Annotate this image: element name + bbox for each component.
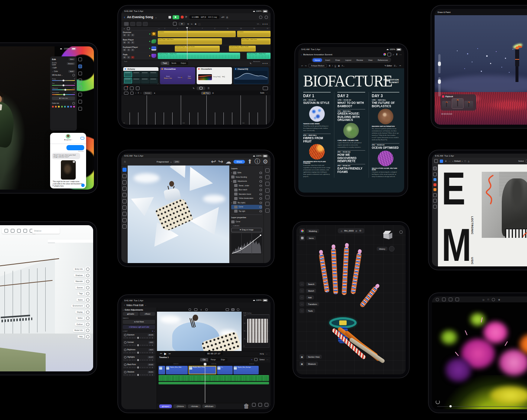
audio-track[interactable] (158, 375, 269, 381)
region-bass[interactable]: Bass Player - Indie Disco (158, 38, 222, 45)
visibility-eye-icon[interactable] (259, 202, 262, 204)
export-icon[interactable]: ⬆ (247, 158, 252, 165)
animate-button[interactable]: ◔ Animate (188, 404, 201, 408)
plugin-chromaglow[interactable]: ChromaGlow ModelModern Tube Drive StyleC… (160, 67, 195, 84)
trash-icon[interactable]: 🗑︎ (243, 403, 249, 409)
flipbook-panel[interactable]: Flipbook (441, 94, 476, 111)
help-icon[interactable]: ⓘ (255, 158, 261, 165)
style-value[interactable]: Clean (188, 78, 191, 79)
edit-slider[interactable]: Vibrance+ 14 (52, 87, 75, 91)
more-icon[interactable]: ⋯ (262, 20, 268, 27)
octave-down-button[interactable]: ‹ (135, 92, 136, 94)
underline-button[interactable]: U (335, 65, 336, 67)
color-mix-button[interactable]: ◉ Color mix (52, 96, 75, 100)
adjustment-slider[interactable]: Exposure 45.59 (123, 333, 155, 339)
gallery-icon[interactable] (434, 159, 438, 163)
adjustment-slider[interactable]: Shadows 15.31 (123, 370, 155, 376)
lock-icon[interactable]: 🔒︎ (154, 92, 155, 94)
copilot-icon[interactable] (383, 53, 386, 56)
redo-icon[interactable] (11, 229, 14, 233)
video-clip[interactable]: Skyline_Blue_Wide (166, 366, 188, 374)
wet-knob[interactable] (224, 76, 225, 78)
more-icon[interactable]: ⋯ (449, 160, 451, 162)
volume-button[interactable]: ◁) Volume (173, 404, 186, 408)
panel-button-icon[interactable] (85, 334, 90, 339)
menu-icon[interactable]: ☰ (445, 160, 447, 162)
visibility-icon[interactable] (399, 230, 403, 234)
select-tool[interactable] (122, 180, 127, 184)
project-title[interactable]: Video Final Edit (126, 304, 143, 306)
robotic-hand-model[interactable] (308, 245, 393, 367)
tab-sends[interactable]: Sends (169, 62, 179, 65)
select-button[interactable]: Select (259, 358, 265, 361)
slider-value[interactable]: 4.41 (148, 341, 154, 344)
piano-keyboard[interactable]: C2 C3 C4 (121, 95, 271, 125)
photo-attachment[interactable] (61, 160, 76, 180)
tool-item[interactable]: ◦ Add (299, 295, 319, 300)
tab-references[interactable]: References (376, 58, 390, 62)
solo-button[interactable]: S (127, 41, 130, 44)
light-section-row[interactable]: › Light (52, 67, 75, 69)
tab-draw[interactable]: Draw (333, 58, 343, 62)
panel-button[interactable]: Styles (76, 298, 90, 302)
back-chevron-icon[interactable]: ‹ (301, 53, 302, 56)
color-dot-magenta[interactable] (73, 106, 75, 108)
mute-button[interactable]: M (123, 34, 126, 36)
scopes-icon[interactable] (231, 308, 235, 311)
layer-row[interactable]: Yellow desaturation (231, 196, 262, 201)
comments-icon[interactable] (265, 188, 269, 193)
plugin-power-icon[interactable] (198, 68, 200, 70)
loop-icon[interactable]: ∞ (251, 358, 253, 361)
history-icon[interactable] (78, 107, 82, 111)
lasso-tool[interactable] (122, 174, 127, 178)
tool-item[interactable]: ◦ Transform (299, 302, 319, 306)
alchemy-pad[interactable] (132, 78, 141, 83)
model-value[interactable]: Modern Tube (164, 78, 172, 79)
frame-thumbnail-active[interactable] (452, 99, 463, 108)
layer-row[interactable]: Sweat...onder (231, 184, 262, 188)
node-tool[interactable] (433, 173, 437, 176)
add-layer-icon[interactable] (265, 168, 269, 173)
same-dropdown[interactable]: Same (526, 160, 527, 163)
slider-track[interactable] (52, 85, 75, 86)
visibility-eye-icon[interactable] (259, 197, 262, 200)
viewer[interactable] (157, 312, 242, 351)
back-chevron-icon[interactable]: ‹ (124, 15, 125, 19)
mic-icon[interactable]: 🎙︎ (200, 309, 202, 311)
overwrite-icon[interactable] (258, 403, 262, 407)
collapse-icon[interactable]: ⊖ (359, 229, 361, 232)
region-bass[interactable]: Bass Player - Indie Disco (241, 38, 271, 45)
keyboard-surface-button[interactable] (197, 86, 205, 90)
alchemy-pad[interactable] (124, 78, 132, 83)
hide-keyboard-icon[interactable] (263, 86, 268, 90)
share-button[interactable]: Share (233, 160, 245, 164)
settings-icon[interactable] (259, 16, 262, 19)
layer-row[interactable]: Adjustments (231, 179, 262, 184)
panel-button-icon[interactable] (85, 310, 90, 315)
document-name[interactable]: Fragmented (157, 161, 168, 163)
tab-range[interactable]: Range (208, 358, 219, 361)
panel-button-icon[interactable] (85, 298, 90, 302)
cycle-icon[interactable]: ⟳ (185, 16, 187, 19)
slider-track[interactable] (52, 80, 75, 81)
export-icon[interactable] (455, 298, 459, 301)
panel-button-icon[interactable] (85, 303, 90, 308)
visibility-eye-icon[interactable] (259, 189, 262, 191)
track-row-pads[interactable]: Pads MSR Keyboard Player - Simple Pad Ke… (121, 52, 271, 60)
info-icon[interactable] (265, 195, 269, 199)
layer-row[interactable]: Edits (231, 171, 262, 175)
panel-button-icon[interactable] (85, 316, 90, 321)
black-keys[interactable] (121, 95, 271, 112)
color-dot-orange[interactable] (55, 106, 57, 108)
mute-button[interactable]: M (123, 56, 126, 59)
stop-icon[interactable]: □ (488, 298, 489, 301)
edit-icon[interactable] (78, 65, 82, 68)
redo-icon[interactable]: ↪ (218, 158, 223, 165)
slider-ruler[interactable] (124, 360, 154, 361)
pen-tool[interactable] (433, 178, 436, 181)
tool-item[interactable]: ▣ Measure (299, 361, 322, 366)
track-row-keyboard[interactable]: Keyboard Player MSR Keyboard Player - Br… (121, 45, 271, 53)
brush-tool[interactable] (122, 206, 127, 210)
layer-row[interactable]: Saturation boost (231, 192, 262, 197)
color-dot-red[interactable] (52, 106, 54, 108)
